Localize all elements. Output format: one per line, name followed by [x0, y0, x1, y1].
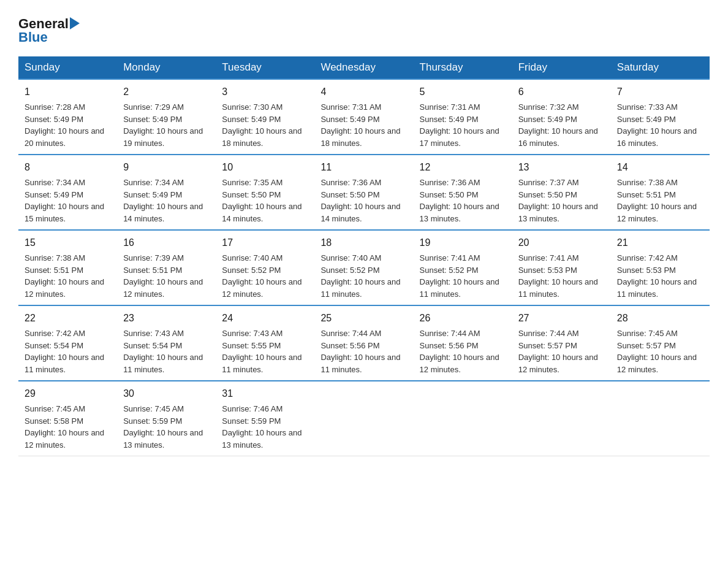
day-of-week-header: Friday: [512, 56, 611, 79]
calendar-day-cell: 12 Sunrise: 7:36 AMSunset: 5:50 PMDaylig…: [414, 155, 512, 230]
calendar-day-cell: 30 Sunrise: 7:45 AMSunset: 5:59 PMDaylig…: [117, 381, 216, 456]
calendar-week-row: 1 Sunrise: 7:28 AMSunset: 5:49 PMDayligh…: [18, 79, 710, 155]
calendar-week-row: 22 Sunrise: 7:42 AMSunset: 5:54 PMDaylig…: [18, 305, 710, 381]
day-number: 15: [25, 236, 111, 250]
day-of-week-header: Sunday: [18, 56, 117, 79]
day-number: 3: [222, 85, 308, 99]
day-info: Sunrise: 7:34 AMSunset: 5:49 PMDaylight:…: [25, 178, 104, 223]
day-header-row: SundayMondayTuesdayWednesdayThursdayFrid…: [18, 56, 710, 79]
day-info: Sunrise: 7:41 AMSunset: 5:52 PMDaylight:…: [420, 253, 499, 299]
calendar-day-cell: 2 Sunrise: 7:29 AMSunset: 5:49 PMDayligh…: [117, 79, 216, 155]
day-number: 5: [420, 85, 506, 99]
logo-arrow-icon: [70, 17, 80, 29]
calendar-day-cell: 14 Sunrise: 7:38 AMSunset: 5:51 PMDaylig…: [611, 155, 710, 230]
calendar-week-row: 29 Sunrise: 7:45 AMSunset: 5:58 PMDaylig…: [18, 381, 710, 456]
day-info: Sunrise: 7:44 AMSunset: 5:56 PMDaylight:…: [320, 329, 400, 374]
day-info: Sunrise: 7:39 AMSunset: 5:51 PMDaylight:…: [123, 253, 203, 299]
calendar-day-cell: [512, 381, 611, 456]
day-info: Sunrise: 7:46 AMSunset: 5:59 PMDaylight:…: [222, 404, 301, 450]
calendar-day-cell: 25 Sunrise: 7:44 AMSunset: 5:56 PMDaylig…: [314, 305, 413, 381]
day-info: Sunrise: 7:36 AMSunset: 5:50 PMDaylight:…: [320, 178, 400, 223]
day-number: 28: [617, 311, 703, 326]
day-info: Sunrise: 7:44 AMSunset: 5:56 PMDaylight:…: [420, 329, 499, 374]
calendar-day-cell: 29 Sunrise: 7:45 AMSunset: 5:58 PMDaylig…: [18, 381, 117, 456]
calendar-day-cell: 18 Sunrise: 7:40 AMSunset: 5:52 PMDaylig…: [314, 230, 413, 305]
day-number: 21: [617, 236, 703, 250]
day-number: 19: [420, 236, 506, 250]
calendar-week-row: 8 Sunrise: 7:34 AMSunset: 5:49 PMDayligh…: [18, 155, 710, 230]
calendar-day-cell: 4 Sunrise: 7:31 AMSunset: 5:49 PMDayligh…: [314, 79, 413, 155]
day-number: 6: [518, 85, 605, 99]
day-number: 4: [320, 85, 407, 99]
calendar-day-cell: 20 Sunrise: 7:41 AMSunset: 5:53 PMDaylig…: [512, 230, 611, 305]
calendar-day-cell: 27 Sunrise: 7:44 AMSunset: 5:57 PMDaylig…: [512, 305, 611, 381]
day-info: Sunrise: 7:40 AMSunset: 5:52 PMDaylight:…: [222, 253, 301, 299]
calendar-day-cell: 15 Sunrise: 7:38 AMSunset: 5:51 PMDaylig…: [18, 230, 117, 305]
day-of-week-header: Monday: [117, 56, 216, 79]
calendar-day-cell: [314, 381, 413, 456]
day-number: 23: [123, 311, 210, 326]
day-number: 22: [25, 311, 111, 326]
day-info: Sunrise: 7:29 AMSunset: 5:49 PMDaylight:…: [123, 102, 203, 148]
day-number: 24: [222, 311, 308, 326]
day-number: 25: [320, 311, 407, 326]
day-info: Sunrise: 7:45 AMSunset: 5:59 PMDaylight:…: [123, 404, 203, 450]
day-of-week-header: Thursday: [414, 56, 512, 79]
calendar-day-cell: 13 Sunrise: 7:37 AMSunset: 5:50 PMDaylig…: [512, 155, 611, 230]
calendar-day-cell: [611, 381, 710, 456]
day-number: 26: [420, 311, 506, 326]
day-info: Sunrise: 7:35 AMSunset: 5:50 PMDaylight:…: [222, 178, 301, 223]
day-number: 12: [420, 160, 506, 175]
day-info: Sunrise: 7:37 AMSunset: 5:50 PMDaylight:…: [518, 178, 598, 223]
day-number: 7: [617, 85, 703, 99]
calendar-day-cell: 10 Sunrise: 7:35 AMSunset: 5:50 PMDaylig…: [216, 155, 314, 230]
calendar-day-cell: 24 Sunrise: 7:43 AMSunset: 5:55 PMDaylig…: [216, 305, 314, 381]
day-number: 9: [123, 160, 210, 175]
day-info: Sunrise: 7:43 AMSunset: 5:55 PMDaylight:…: [222, 329, 301, 374]
calendar-day-cell: 28 Sunrise: 7:45 AMSunset: 5:57 PMDaylig…: [611, 305, 710, 381]
calendar-day-cell: 7 Sunrise: 7:33 AMSunset: 5:49 PMDayligh…: [611, 79, 710, 155]
day-info: Sunrise: 7:41 AMSunset: 5:53 PMDaylight:…: [518, 253, 598, 299]
day-number: 1: [25, 85, 111, 99]
calendar-day-cell: 22 Sunrise: 7:42 AMSunset: 5:54 PMDaylig…: [18, 305, 117, 381]
day-of-week-header: Tuesday: [216, 56, 314, 79]
day-info: Sunrise: 7:28 AMSunset: 5:49 PMDaylight:…: [25, 102, 104, 148]
day-info: Sunrise: 7:38 AMSunset: 5:51 PMDaylight:…: [25, 253, 104, 299]
day-number: 2: [123, 85, 210, 99]
calendar-day-cell: 31 Sunrise: 7:46 AMSunset: 5:59 PMDaylig…: [216, 381, 314, 456]
day-info: Sunrise: 7:43 AMSunset: 5:54 PMDaylight:…: [123, 329, 203, 374]
day-number: 16: [123, 236, 210, 250]
day-number: 31: [222, 386, 308, 401]
day-number: 13: [518, 160, 605, 175]
day-info: Sunrise: 7:42 AMSunset: 5:53 PMDaylight:…: [617, 253, 697, 299]
calendar-day-cell: 16 Sunrise: 7:39 AMSunset: 5:51 PMDaylig…: [117, 230, 216, 305]
calendar-day-cell: 11 Sunrise: 7:36 AMSunset: 5:50 PMDaylig…: [314, 155, 413, 230]
calendar-day-cell: 6 Sunrise: 7:32 AMSunset: 5:49 PMDayligh…: [512, 79, 611, 155]
day-info: Sunrise: 7:45 AMSunset: 5:57 PMDaylight:…: [617, 329, 697, 374]
calendar-day-cell: 3 Sunrise: 7:30 AMSunset: 5:49 PMDayligh…: [216, 79, 314, 155]
day-number: 14: [617, 160, 703, 175]
calendar-week-row: 15 Sunrise: 7:38 AMSunset: 5:51 PMDaylig…: [18, 230, 710, 305]
calendar-day-cell: 8 Sunrise: 7:34 AMSunset: 5:49 PMDayligh…: [18, 155, 117, 230]
day-info: Sunrise: 7:34 AMSunset: 5:49 PMDaylight:…: [123, 178, 203, 223]
day-number: 27: [518, 311, 605, 326]
day-of-week-header: Wednesday: [314, 56, 413, 79]
calendar-day-cell: 1 Sunrise: 7:28 AMSunset: 5:49 PMDayligh…: [18, 79, 117, 155]
day-number: 29: [25, 386, 111, 401]
calendar-day-cell: 23 Sunrise: 7:43 AMSunset: 5:54 PMDaylig…: [117, 305, 216, 381]
day-info: Sunrise: 7:45 AMSunset: 5:58 PMDaylight:…: [25, 404, 104, 450]
day-info: Sunrise: 7:33 AMSunset: 5:49 PMDaylight:…: [617, 102, 697, 148]
day-info: Sunrise: 7:40 AMSunset: 5:52 PMDaylight:…: [320, 253, 400, 299]
day-number: 20: [518, 236, 605, 250]
day-number: 17: [222, 236, 308, 250]
day-of-week-header: Saturday: [611, 56, 710, 79]
day-info: Sunrise: 7:32 AMSunset: 5:49 PMDaylight:…: [518, 102, 598, 148]
day-number: 10: [222, 160, 308, 175]
day-info: Sunrise: 7:31 AMSunset: 5:49 PMDaylight:…: [420, 102, 499, 148]
day-number: 30: [123, 386, 210, 401]
calendar-day-cell: 21 Sunrise: 7:42 AMSunset: 5:53 PMDaylig…: [611, 230, 710, 305]
day-info: Sunrise: 7:44 AMSunset: 5:57 PMDaylight:…: [518, 329, 598, 374]
day-info: Sunrise: 7:42 AMSunset: 5:54 PMDaylight:…: [25, 329, 104, 374]
calendar-day-cell: 5 Sunrise: 7:31 AMSunset: 5:49 PMDayligh…: [414, 79, 512, 155]
day-number: 11: [320, 160, 407, 175]
